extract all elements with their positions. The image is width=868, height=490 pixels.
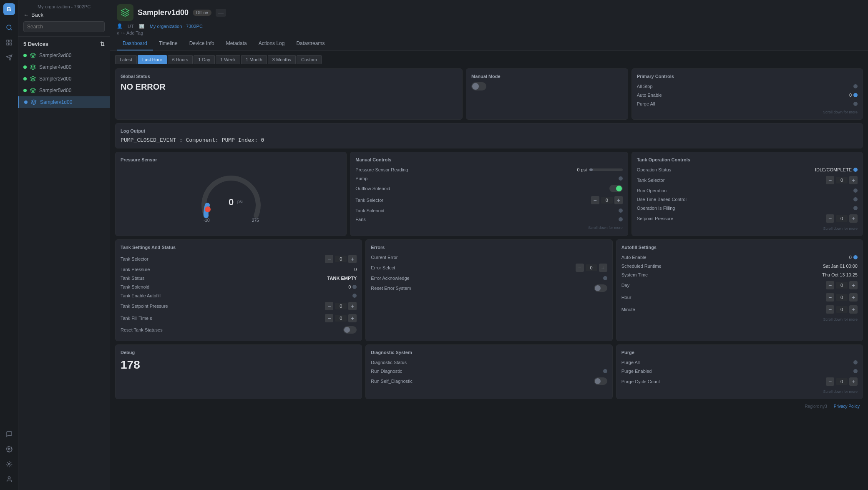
ts-reset-statuses: Reset Tank Statuses bbox=[121, 324, 357, 336]
device-item-sampler5vd00[interactable]: Sampler5vd00 bbox=[18, 85, 110, 96]
tank-solenoid-dot bbox=[619, 209, 623, 213]
af-minute-minus[interactable]: − bbox=[826, 305, 834, 314]
nav-settings-icon[interactable] bbox=[3, 442, 16, 456]
ts-sel-minus[interactable]: − bbox=[325, 255, 333, 263]
device-item-sampler3vd00[interactable]: Sampler3vd00 bbox=[18, 50, 110, 61]
af-day-minus[interactable]: − bbox=[826, 281, 834, 289]
device-item-samplerv1d00[interactable]: Samplerv1d00 bbox=[18, 96, 110, 108]
reset-error-toggle[interactable] bbox=[594, 284, 607, 292]
err-select: Error Select − 0 + bbox=[371, 262, 607, 274]
tank-sel-op-minus[interactable]: − bbox=[826, 176, 834, 184]
tab-datastreams[interactable]: Datastreams bbox=[290, 37, 330, 50]
af-hour-plus[interactable]: + bbox=[849, 293, 858, 302]
af-day-plus[interactable]: + bbox=[849, 281, 858, 289]
tf-1week[interactable]: 1 Week bbox=[216, 55, 240, 64]
nav-user-icon[interactable] bbox=[3, 472, 16, 486]
svg-rect-3 bbox=[7, 43, 9, 45]
outflow-solenoid-toggle[interactable] bbox=[609, 185, 623, 192]
tank-selector-value: 0 bbox=[601, 197, 613, 204]
sort-icon[interactable]: ⇅ bbox=[100, 41, 105, 47]
ts-tank-pressure: Tank Pressure 0 bbox=[121, 265, 357, 274]
purge-count-plus[interactable]: + bbox=[849, 377, 858, 386]
tab-dashboard[interactable]: Dashboard bbox=[117, 37, 153, 50]
nav-chat-icon[interactable] bbox=[3, 427, 16, 441]
autofill-title: Autofill Settings bbox=[621, 245, 858, 250]
back-button[interactable]: ← Back bbox=[23, 12, 105, 18]
svg-rect-4 bbox=[10, 43, 12, 45]
af-scheduled: Scheduled Runtime Sat Jan 01 00:00 bbox=[621, 262, 858, 271]
ts-tank-solenoid: Tank Solenoid 0 bbox=[121, 283, 357, 291]
self-diag-toggle[interactable] bbox=[594, 377, 607, 385]
af-system-time: System Time Thu Oct 13 10:25 bbox=[621, 271, 858, 279]
ctrl-all-stop: All Stop bbox=[637, 82, 858, 91]
tank-selector-plus[interactable]: + bbox=[614, 196, 623, 204]
err-reset: Reset Error System bbox=[371, 283, 607, 294]
ts-tank-autofill: Tank Enable Autofill bbox=[121, 291, 357, 300]
ts-fill-plus[interactable]: + bbox=[348, 314, 357, 322]
add-tag-button[interactable]: 🏷 + Add Tag bbox=[117, 30, 861, 35]
tf-latest[interactable]: Latest bbox=[115, 55, 137, 64]
device-status-dot bbox=[23, 65, 27, 69]
privacy-link[interactable]: Privacy Policy bbox=[830, 402, 863, 410]
device-item-sampler2vd00[interactable]: Sampler2vd00 bbox=[18, 73, 110, 85]
ctrl-auto-enable: Auto Enable 0 bbox=[637, 91, 858, 100]
err-sel-minus[interactable]: − bbox=[576, 264, 584, 272]
ts-sel-plus[interactable]: + bbox=[348, 255, 357, 263]
tf-3months[interactable]: 3 Months bbox=[268, 55, 296, 64]
tab-timeline[interactable]: Timeline bbox=[153, 37, 184, 50]
nav-search-icon[interactable] bbox=[3, 21, 16, 34]
tf-6hours[interactable]: 6 Hours bbox=[168, 55, 193, 64]
tf-1day[interactable]: 1 Day bbox=[194, 55, 215, 64]
tab-device-info[interactable]: Device Info bbox=[184, 37, 220, 50]
nav-send-icon[interactable] bbox=[3, 51, 16, 64]
af-minute-stepper: − 0 + bbox=[826, 305, 858, 314]
tab-actions-log[interactable]: Actions Log bbox=[253, 37, 291, 50]
tf-1month[interactable]: 1 Month bbox=[241, 55, 267, 64]
debug-value: 178 bbox=[121, 358, 357, 372]
fans-dot bbox=[619, 217, 623, 221]
sidebar: My organization - 7302PC ← Back 5 Device… bbox=[18, 0, 110, 490]
device-menu-button[interactable]: — bbox=[216, 9, 226, 17]
purge-count-minus[interactable]: − bbox=[826, 377, 834, 386]
ts-setpoint-plus[interactable]: + bbox=[348, 302, 357, 310]
search-input[interactable] bbox=[23, 21, 105, 32]
af-hour-minus[interactable]: − bbox=[826, 293, 834, 302]
ts-fill-minus[interactable]: − bbox=[325, 314, 333, 322]
nav-settings2-icon[interactable] bbox=[3, 457, 16, 471]
manual-controls-title: Manual Controls bbox=[355, 157, 622, 162]
tank-op-scroll-hint: Scroll down for more bbox=[637, 226, 858, 231]
device-org-link[interactable]: My organization - 7302PC bbox=[150, 24, 203, 29]
device-title: Samplerv1d00 bbox=[138, 8, 189, 17]
ts-fill-time: Tank Fill Time s − 0 + bbox=[121, 312, 357, 324]
tank-selector-minus[interactable]: − bbox=[591, 196, 599, 204]
device-item-sampler4vd00[interactable]: Sampler4vd00 bbox=[18, 61, 110, 73]
tab-metadata[interactable]: Metadata bbox=[220, 37, 253, 50]
region-text: Region: ny3 bbox=[801, 402, 830, 410]
ts-setpoint-minus[interactable]: − bbox=[325, 302, 333, 310]
diagnostic-card: Diagnostic System Diagnostic Status — Ru… bbox=[365, 344, 612, 399]
af-minute: Minute − 0 + bbox=[621, 304, 858, 316]
setpoint-minus[interactable]: − bbox=[826, 214, 834, 223]
setpoint-pressure-stepper: − 0 + bbox=[826, 214, 858, 223]
nav-bar: B bbox=[0, 0, 18, 490]
tank-sel-op-plus[interactable]: + bbox=[849, 176, 858, 184]
reset-statuses-toggle[interactable] bbox=[343, 326, 357, 334]
err-sel-plus[interactable]: + bbox=[599, 264, 607, 272]
svg-text:0: 0 bbox=[229, 197, 234, 207]
setpoint-plus[interactable]: + bbox=[849, 214, 858, 223]
ts-setpoint: Tank Setpoint Pressure − 0 + bbox=[121, 300, 357, 312]
tf-custom[interactable]: Custom bbox=[297, 55, 322, 64]
nav-grid-icon[interactable] bbox=[3, 36, 16, 49]
nav-logo[interactable]: B bbox=[3, 3, 15, 15]
manual-controls-card: Manual Controls Pressure Sensor Reading … bbox=[350, 152, 628, 236]
manual-mode-toggle[interactable] bbox=[471, 82, 486, 90]
operation-status-dot bbox=[853, 168, 858, 172]
svg-point-0 bbox=[7, 25, 11, 30]
ctrl-pressure-reading: Pressure Sensor Reading 0 psi bbox=[355, 166, 622, 174]
device-name: Sampler3vd00 bbox=[39, 53, 71, 58]
af-minute-plus[interactable]: + bbox=[849, 305, 858, 314]
purge-all-dot bbox=[853, 102, 858, 106]
footer: Region: ny3 Privacy Policy bbox=[115, 401, 863, 412]
tf-last-hour[interactable]: Last Hour bbox=[138, 55, 167, 64]
debug-card: Debug 178 bbox=[115, 344, 362, 399]
